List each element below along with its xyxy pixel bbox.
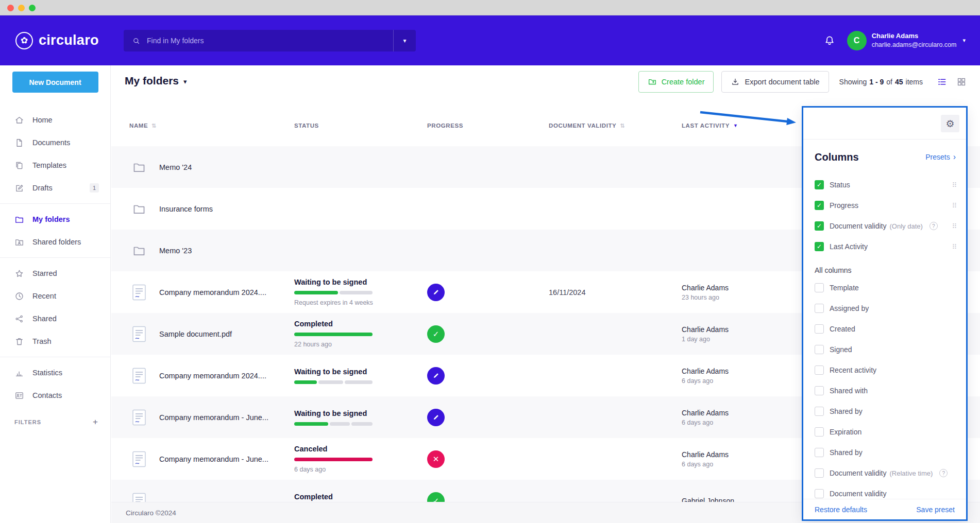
checkbox-unchecked-icon[interactable] <box>815 468 824 478</box>
row-name[interactable]: Company memorandum - June... <box>159 455 268 463</box>
checkbox-unchecked-icon[interactable] <box>815 427 824 437</box>
user-name: Charlie Adams <box>872 31 957 41</box>
brand-logo[interactable]: ✿ circularo <box>15 15 99 65</box>
column-toggle-progress[interactable]: ✓Progress⠿ <box>803 195 966 216</box>
column-toggle-assigned-by[interactable]: Assigned by <box>803 298 966 319</box>
row-name[interactable]: Sample document.pdf <box>159 330 232 338</box>
search-scope-dropdown[interactable]: ▾ <box>393 30 416 51</box>
checkbox-unchecked-icon[interactable] <box>815 448 824 457</box>
clock-icon <box>14 291 24 301</box>
drag-handle-icon[interactable]: ⠿ <box>952 222 957 230</box>
export-document-table-button[interactable]: Export document table <box>721 71 829 93</box>
home-icon <box>14 115 24 125</box>
sidebar-item-my-folders[interactable]: My folders <box>0 208 110 231</box>
checkbox-checked-icon[interactable]: ✓ <box>815 201 824 210</box>
checkbox-checked-icon[interactable]: ✓ <box>815 242 824 251</box>
sidebar-item-drafts[interactable]: Drafts1 <box>0 177 110 199</box>
share-icon <box>14 314 24 324</box>
info-icon[interactable]: ? <box>930 222 938 230</box>
column-toggle-template[interactable]: Template <box>803 277 966 298</box>
column-toggle-document-validity-relative-time[interactable]: Document validity(Relative time)? <box>803 463 966 483</box>
canceled-x-icon[interactable]: ✕ <box>427 450 445 468</box>
column-toggle-status[interactable]: ✓Status⠿ <box>803 175 966 195</box>
column-toggle-shared-by[interactable]: Shared by <box>803 401 966 422</box>
user-email: charlie.adams@circularo.com <box>872 41 957 49</box>
row-name[interactable]: Memo '23 <box>159 247 192 255</box>
drag-handle-icon[interactable]: ⠿ <box>952 181 957 189</box>
column-toggle-signed[interactable]: Signed <box>803 339 966 360</box>
row-name[interactable]: Insurance forms <box>159 205 213 213</box>
maximize-window-button[interactable] <box>29 5 36 11</box>
column-toggle-shared-by[interactable]: Shared by <box>803 442 966 463</box>
minimize-window-button[interactable] <box>18 5 25 11</box>
sidebar-item-statistics[interactable]: Statistics <box>0 361 110 384</box>
column-toggle-last-activity[interactable]: ✓Last Activity⠿ <box>803 236 966 257</box>
signature-progress-icon[interactable] <box>427 367 445 385</box>
sort-desc-icon[interactable]: ▼ <box>733 123 738 128</box>
row-name[interactable]: Company memorandum 2024.... <box>159 372 266 380</box>
row-name[interactable]: Memo '24 <box>159 163 192 171</box>
sidebar-item-contacts[interactable]: Contacts <box>0 384 110 407</box>
checkbox-unchecked-icon[interactable] <box>815 345 824 354</box>
column-toggle-expiration[interactable]: Expiration <box>803 422 966 442</box>
add-filter-button[interactable]: + <box>93 417 98 427</box>
checkbox-unchecked-icon[interactable] <box>815 386 824 395</box>
create-folder-button[interactable]: Create folder <box>638 71 714 93</box>
checkbox-checked-icon[interactable]: ✓ <box>815 180 824 189</box>
column-header-name[interactable]: NAME⇅ <box>129 123 294 129</box>
grid-view-icon[interactable] <box>956 77 967 87</box>
drag-handle-icon[interactable]: ⠿ <box>952 243 957 251</box>
sidebar-item-shared[interactable]: Shared <box>0 307 110 330</box>
sidebar-item-trash[interactable]: Trash <box>0 330 110 353</box>
new-document-button[interactable]: New Document <box>12 72 98 93</box>
sort-icon[interactable]: ⇅ <box>151 123 157 129</box>
checkbox-unchecked-icon[interactable] <box>815 324 824 334</box>
checkbox-checked-icon[interactable]: ✓ <box>815 221 824 231</box>
column-toggle-created[interactable]: Created <box>803 319 966 339</box>
presets-link[interactable]: Presets › <box>925 152 956 162</box>
global-search-input[interactable]: Find in My folders ▾ <box>124 30 416 51</box>
page-title-dropdown[interactable]: My folders ▾ <box>125 75 187 87</box>
checkbox-unchecked-icon[interactable] <box>815 365 824 375</box>
checkbox-unchecked-icon[interactable] <box>815 489 824 498</box>
status-cell: Waiting to be signedRequest expires in 4… <box>294 278 427 306</box>
signature-progress-icon[interactable] <box>427 409 445 426</box>
status-label: Waiting to be signed <box>294 368 427 376</box>
column-toggle-recent-activity[interactable]: Recent activity <box>803 360 966 380</box>
signature-progress-icon[interactable] <box>427 284 445 301</box>
sidebar-item-label: Recent <box>32 292 56 300</box>
close-window-button[interactable] <box>7 5 14 11</box>
user-menu-caret-icon: ▾ <box>962 37 966 44</box>
row-name[interactable]: Company memorandum - June... <box>159 413 268 422</box>
column-header-document-validity[interactable]: DOCUMENT VALIDITY⇅ <box>549 123 682 129</box>
sidebar-item-shared-folders[interactable]: Shared folders <box>0 231 110 253</box>
status-cell: Waiting to be signed <box>294 409 427 426</box>
sidebar-item-recent[interactable]: Recent <box>0 285 110 307</box>
sidebar-item-templates[interactable]: Templates <box>0 154 110 177</box>
column-toggle-shared-with[interactable]: Shared with <box>803 380 966 401</box>
save-preset-link[interactable]: Save preset <box>916 505 955 514</box>
checkbox-unchecked-icon[interactable] <box>815 283 824 292</box>
column-header-status[interactable]: STATUS <box>294 123 427 129</box>
column-toggle-document-validity-only-date[interactable]: ✓Document validity(Only date)?⠿ <box>803 216 966 236</box>
sort-icon[interactable]: ⇅ <box>620 123 625 129</box>
create-folder-label: Create folder <box>662 78 705 86</box>
os-titlebar <box>0 0 980 15</box>
user-menu[interactable]: C Charlie Adams charlie.adams@circularo.… <box>847 31 966 50</box>
completed-check-icon[interactable]: ✓ <box>427 325 445 343</box>
list-view-icon[interactable] <box>937 77 947 87</box>
sidebar-item-starred[interactable]: Starred <box>0 262 110 285</box>
filters-label: FILTERS <box>14 419 41 425</box>
checkbox-unchecked-icon[interactable] <box>815 304 824 313</box>
column-settings-gear-button[interactable]: ⚙ <box>941 115 959 132</box>
checkbox-unchecked-icon[interactable] <box>815 407 824 416</box>
column-header-progress[interactable]: PROGRESS <box>427 123 549 129</box>
notifications-bell-icon[interactable] <box>823 34 836 47</box>
restore-defaults-link[interactable]: Restore defaults <box>815 505 867 514</box>
info-icon[interactable]: ? <box>939 469 948 477</box>
title-caret-icon: ▾ <box>183 78 187 85</box>
row-name[interactable]: Company memorandum 2024.... <box>159 288 266 297</box>
sidebar-item-documents[interactable]: Documents <box>0 131 110 154</box>
drag-handle-icon[interactable]: ⠿ <box>952 202 957 210</box>
sidebar-item-home[interactable]: Home <box>0 109 110 131</box>
